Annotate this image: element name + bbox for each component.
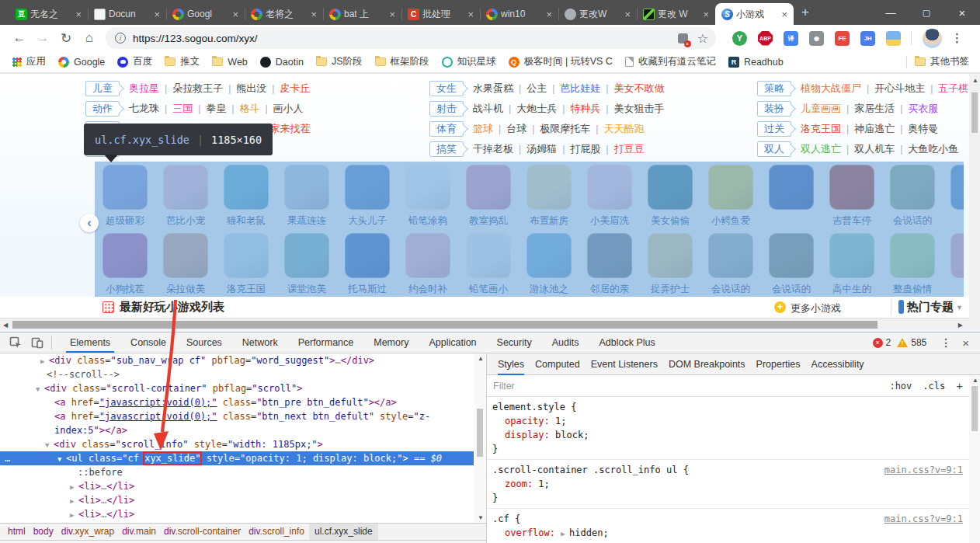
game-link[interactable]: 画小人: [273, 102, 304, 116]
other-bookmarks-folder[interactable]: 其他书签: [915, 55, 969, 68]
back-button[interactable]: ←: [8, 30, 31, 46]
tab-close-icon[interactable]: ×: [309, 9, 318, 20]
devtools-tab-security[interactable]: Security: [487, 332, 542, 353]
hov-toggle[interactable]: :hov: [889, 381, 912, 392]
scroll-up-arrow[interactable]: ▲: [972, 377, 978, 384]
browser-tab[interactable]: 更改W×: [558, 3, 637, 25]
stylesheet-link[interactable]: main.css?v=9:1: [884, 463, 963, 477]
sidebar-tab-properties[interactable]: Properties: [756, 353, 801, 375]
game-link[interactable]: 奥特曼: [908, 122, 938, 136]
scroll-thumb[interactable]: [477, 409, 483, 457]
category-tag[interactable]: 儿童: [85, 81, 120, 96]
game-link[interactable]: 公主: [526, 82, 547, 96]
tab-close-icon[interactable]: ×: [387, 9, 397, 20]
rule-selector[interactable]: .cf {: [492, 513, 520, 524]
screenshot-camera-icon[interactable]: ◉: [809, 31, 824, 46]
devtools-tab-elements[interactable]: Elements: [60, 332, 120, 353]
dom-tree-line[interactable]: <a href="javascript:void(0);" class="btn…: [0, 409, 474, 423]
game-link[interactable]: 皮卡丘: [280, 82, 310, 96]
tab-close-icon[interactable]: ×: [152, 9, 162, 20]
dom-tree-line[interactable]: <!--scroll-->: [0, 367, 474, 381]
devtools-tab-memory[interactable]: Memory: [363, 332, 419, 353]
game-link[interactable]: 美女狙击手: [613, 102, 664, 116]
chrome-menu-icon[interactable]: ⋮: [951, 31, 963, 45]
warning-count[interactable]: 585: [911, 337, 926, 348]
expand-arrow-icon[interactable]: ▶: [561, 530, 569, 538]
vertical-scroll-thumb[interactable]: [971, 92, 978, 133]
sidebar-tab-accessibility[interactable]: Accessibility: [811, 353, 864, 375]
game-link[interactable]: 美女不敢做: [613, 82, 664, 96]
game-link[interactable]: 极限摩托车: [540, 122, 590, 136]
scroll-left-arrow[interactable]: ◀: [3, 322, 8, 329]
tab-close-icon[interactable]: ×: [701, 9, 711, 20]
scroll-thumb[interactable]: [971, 386, 978, 431]
styles-filter-input[interactable]: [487, 381, 889, 392]
scroll-up-arrow[interactable]: ▲: [972, 77, 978, 84]
css-property[interactable]: zoom: 1;: [492, 477, 974, 491]
game-link[interactable]: 干掉老板: [473, 142, 513, 156]
category-tag[interactable]: 过关: [757, 121, 791, 137]
browser-tab[interactable]: 豆无名之×: [9, 3, 88, 25]
dom-tree-line[interactable]: ▼<div class="scroll_info" style="width: …: [0, 437, 474, 451]
game-link[interactable]: 汤姆猫: [526, 142, 557, 156]
sidebar-tab-computed[interactable]: Computed: [535, 353, 580, 375]
bookmark-item[interactable]: 应用: [12, 55, 46, 68]
expand-arrow-icon[interactable]: ▶: [70, 480, 78, 494]
bookmark-item[interactable]: Q极客时间 | 玩转VS C: [509, 55, 613, 68]
game-link[interactable]: 台球: [506, 122, 526, 136]
url-text[interactable]: https://123.sogou.com/xyx/: [133, 33, 678, 44]
more-games-link[interactable]: 更多小游戏: [791, 301, 841, 315]
devtools-tab-application[interactable]: Application: [419, 332, 486, 353]
rule-selector[interactable]: element.style {: [492, 402, 576, 412]
css-property[interactable]: display: block;: [492, 428, 974, 442]
warning-badge-icon[interactable]: [897, 338, 908, 347]
forward-button[interactable]: →: [31, 30, 54, 46]
breadcrumb-item[interactable]: div.scroll-container: [164, 524, 241, 541]
game-link[interactable]: 七龙珠: [129, 102, 159, 116]
devtools-tab-adblock-plus[interactable]: Adblock Plus: [589, 332, 665, 353]
breadcrumb-item[interactable]: body: [33, 524, 54, 541]
devtools-tab-sources[interactable]: Sources: [176, 332, 232, 353]
category-tag[interactable]: 体育: [429, 121, 464, 137]
scroll-up-arrow[interactable]: ▲: [478, 355, 484, 362]
game-link[interactable]: 打豆豆: [613, 142, 644, 156]
y-extension-icon[interactable]: Y: [732, 31, 747, 46]
chevron-down-icon[interactable]: ▼: [956, 304, 963, 312]
reload-button[interactable]: ↻: [54, 30, 78, 47]
address-bar[interactable]: i https://123.sogou.com/xyx/ ☆: [106, 27, 716, 49]
cls-toggle[interactable]: .cls: [923, 381, 945, 392]
game-link[interactable]: 熊出没: [236, 82, 266, 96]
browser-tab[interactable]: bat 上×: [323, 3, 401, 25]
category-tag[interactable]: 搞笑: [429, 141, 464, 157]
minimize-button[interactable]: —: [873, 0, 909, 25]
expand-arrow-icon[interactable]: ▶: [70, 494, 78, 508]
game-link[interactable]: 芭比娃娃: [560, 82, 600, 96]
css-property[interactable]: opacity: 1;: [492, 414, 974, 428]
horizontal-scrollbar[interactable]: ◀ ▶: [0, 318, 969, 330]
elements-scrollbar[interactable]: ▲ ▼: [474, 353, 485, 523]
tab-close-icon[interactable]: ×: [780, 9, 789, 20]
translate-icon[interactable]: 译: [784, 31, 798, 46]
bookmark-item[interactable]: 百度: [117, 55, 152, 68]
breadcrumb-item[interactable]: div.scroll_info: [248, 524, 304, 541]
bookmark-item[interactable]: Web: [212, 57, 247, 68]
expand-arrow-icon[interactable]: ▶: [40, 354, 49, 368]
game-link[interactable]: 天天酷跑: [603, 122, 644, 136]
bookmark-item[interactable]: RReadhub: [728, 57, 784, 68]
jh-tool-icon[interactable]: JH: [860, 31, 875, 46]
code-token[interactable]: "javascript:void(0);": [99, 411, 217, 422]
browser-tab[interactable]: Googl×: [166, 3, 245, 25]
game-link[interactable]: 打屁股: [570, 142, 600, 156]
bookmark-item[interactable]: 收藏到有道云笔记: [625, 55, 716, 68]
category-tag[interactable]: 动作: [85, 101, 120, 117]
breadcrumb-item[interactable]: ul.cf.xyx_slide: [309, 524, 378, 541]
game-link[interactable]: 神庙逃亡: [854, 122, 895, 136]
dom-tree-line[interactable]: ▶<div class="sub_nav_wrap cf" pbflag="wo…: [0, 353, 474, 367]
devtools-tab-audits[interactable]: Audits: [542, 332, 589, 353]
bookmark-item[interactable]: JS阶段: [316, 55, 363, 68]
expand-arrow-icon[interactable]: ▼: [45, 438, 54, 452]
new-tab-button[interactable]: +: [801, 5, 809, 20]
rule-selector[interactable]: .scroll-container .scroll_info ul {: [492, 465, 689, 475]
breadcrumb-item[interactable]: div.xyx_wrap: [61, 524, 114, 541]
devtools-tab-performance[interactable]: Performance: [288, 332, 364, 353]
